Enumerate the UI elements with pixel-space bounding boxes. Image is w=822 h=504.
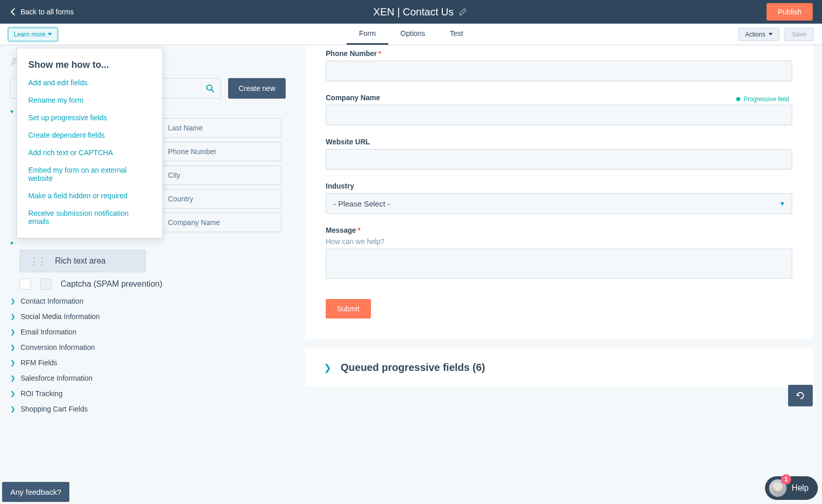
chevron-right-icon: ❯: [10, 328, 15, 335]
save-button: Save: [784, 28, 814, 41]
learn-link-list: Add and edit fields Rename my form Set u…: [28, 79, 151, 226]
submit-button[interactable]: Submit: [326, 299, 371, 319]
help-widget[interactable]: Help 1: [765, 476, 818, 500]
group-label: Salesforce Information: [21, 374, 92, 382]
undo-icon: [795, 390, 806, 401]
company-input[interactable]: [326, 105, 792, 125]
learn-more-button[interactable]: Learn more: [8, 28, 58, 41]
back-link-label: Back to all forms: [21, 8, 73, 16]
chevron-down-icon: ▾: [780, 199, 784, 208]
actions-label: Actions: [745, 31, 765, 38]
field-industry: Industry - Please Select - ▾: [326, 182, 792, 214]
chevron-left-icon: [9, 8, 17, 16]
learn-link[interactable]: Set up progressive fields: [28, 114, 151, 122]
field-label: Message*: [326, 226, 792, 234]
label-text: Phone Number: [326, 49, 377, 58]
captcha-label: Captcha (SPAM prevention): [61, 279, 162, 289]
create-new-button[interactable]: Create new: [228, 78, 286, 99]
page-title: XEN | Contact Us: [373, 6, 454, 18]
field-option[interactable]: City: [160, 165, 282, 185]
progressive-badge: Progressive field: [736, 96, 789, 103]
toolbar-right: Actions Save: [738, 28, 814, 41]
website-input[interactable]: [326, 149, 792, 170]
badge-text: Progressive field: [743, 96, 789, 103]
learn-dropdown-heading: Show me how to...: [28, 60, 151, 70]
editor-tabs: Form Options Test: [347, 24, 476, 45]
group-label: Contact Information: [21, 297, 83, 305]
chevron-down-icon: ▾: [10, 239, 13, 247]
learn-link[interactable]: Receive submission notification emails: [28, 209, 151, 226]
learn-link[interactable]: Create dependent fields: [28, 131, 151, 139]
caret-down-icon: [769, 33, 773, 35]
caret-down-icon: [48, 33, 52, 35]
phone-input[interactable]: [326, 61, 792, 81]
form-preview-pane: Phone Number* Company Name Progressive f…: [296, 45, 822, 504]
industry-select[interactable]: - Please Select - ▾: [326, 193, 792, 214]
toggle-icon[interactable]: [40, 278, 51, 290]
field-phone: Phone Number*: [326, 49, 792, 81]
feedback-button[interactable]: Any feedback?: [2, 482, 69, 502]
property-group[interactable]: ❯Salesforce Information: [10, 374, 286, 382]
pencil-icon[interactable]: [459, 8, 467, 16]
learn-link[interactable]: Embed my form on an external website: [28, 166, 151, 182]
chevron-right-icon: ❯: [10, 375, 15, 382]
app-header: Back to all forms XEN | Contact Us Publi…: [0, 0, 822, 24]
undo-button[interactable]: [788, 385, 813, 406]
chevron-right-icon: ❯: [324, 362, 331, 374]
learn-link[interactable]: Add rich text or CAPTCHA: [28, 148, 151, 157]
field-sidebar: Add form field Create new ▾ Last Name Ph…: [0, 45, 296, 504]
chevron-right-icon: ❯: [10, 344, 15, 351]
chevron-right-icon: ❯: [10, 313, 15, 320]
actions-button[interactable]: Actions: [738, 28, 779, 41]
label-text: Message: [326, 226, 356, 234]
captcha-row[interactable]: Captcha (SPAM prevention): [20, 278, 286, 290]
group-label: Email Information: [21, 328, 77, 336]
group-label: Shopping Cart Fields: [21, 405, 88, 413]
property-group[interactable]: ❯Contact Information: [10, 297, 286, 305]
learn-more-label: Learn more: [14, 31, 45, 38]
property-group[interactable]: ❯Shopping Cart Fields: [10, 405, 286, 413]
message-textarea[interactable]: [326, 249, 792, 278]
learn-link[interactable]: Add and edit fields: [28, 79, 151, 87]
field-label: Phone Number*: [326, 49, 792, 58]
property-group[interactable]: ❯ROI Tracking: [10, 389, 286, 398]
group-label: Conversion Information: [21, 343, 95, 351]
rich-text-block[interactable]: ⋮⋮ Rich text area: [20, 250, 146, 272]
chevron-right-icon: ❯: [10, 359, 15, 366]
learn-link[interactable]: Rename my form: [28, 96, 151, 104]
tab-test[interactable]: Test: [438, 24, 476, 45]
field-website: Website URL: [326, 138, 792, 170]
field-label: Company Name: [326, 94, 380, 102]
checkbox-icon[interactable]: [20, 278, 31, 290]
field-option[interactable]: Country: [160, 189, 282, 209]
field-label: Website URL: [326, 138, 792, 146]
field-option[interactable]: Phone Number: [160, 142, 282, 161]
select-value: - Please Select -: [333, 199, 390, 208]
property-group[interactable]: ❯Social Media Information: [10, 312, 286, 321]
property-group[interactable]: ❯RFM Fields: [10, 359, 286, 367]
publish-button[interactable]: Publish: [767, 3, 813, 21]
label-text: Company Name: [326, 94, 380, 102]
property-group[interactable]: ❯Email Information: [10, 328, 286, 336]
field-option[interactable]: Last Name: [160, 118, 282, 138]
label-text: Industry: [326, 182, 354, 190]
chevron-right-icon: ❯: [10, 390, 15, 397]
help-text: How can we help?: [326, 237, 792, 246]
group-label: RFM Fields: [21, 359, 58, 367]
required-asterisk: *: [358, 226, 360, 234]
search-icon: [206, 84, 215, 93]
queued-progressive-card[interactable]: ❯ Queued progressive fields (6): [305, 348, 813, 387]
queued-title: Queued progressive fields (6): [341, 362, 485, 374]
property-group[interactable]: ❯Conversion Information: [10, 343, 286, 351]
field-company: Company Name Progressive field: [326, 94, 792, 125]
dot-icon: [736, 97, 740, 101]
other-elements-toggle[interactable]: ▾: [10, 239, 286, 247]
field-message: Message* How can we help?: [326, 226, 792, 278]
tab-form[interactable]: Form: [347, 24, 388, 45]
learn-link[interactable]: Make a field hidden or required: [28, 192, 151, 200]
help-label: Help: [792, 483, 809, 493]
tab-options[interactable]: Options: [388, 24, 437, 45]
field-option[interactable]: Company Name: [160, 213, 282, 232]
notification-badge: 1: [781, 474, 791, 484]
back-link[interactable]: Back to all forms: [9, 8, 73, 16]
